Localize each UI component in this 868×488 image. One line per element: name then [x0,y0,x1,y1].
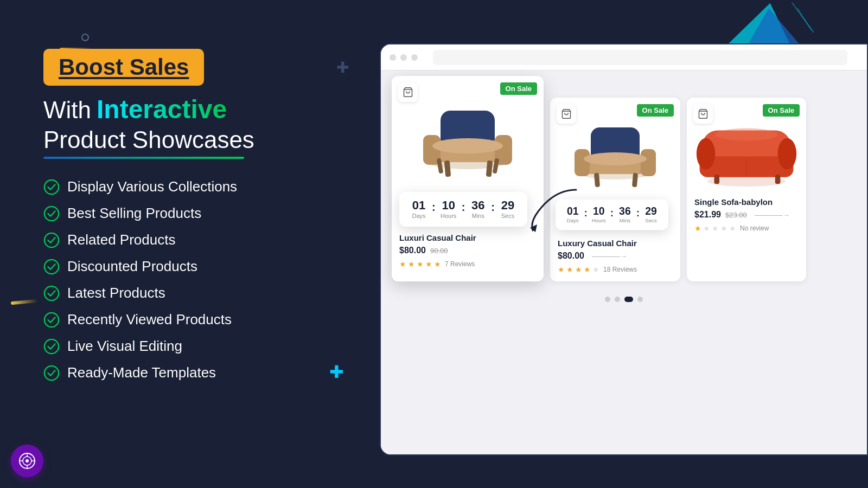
browser-dot-1 [390,54,396,61]
svg-point-8 [44,286,59,300]
on-sale-badge-front: On Sale [500,82,537,95]
headline-underline [43,157,244,159]
logo-icon [17,451,37,471]
bg-circle-decoration [81,34,89,41]
check-icon-live-editing [43,338,60,355]
product-prices-front: $80.00 90.00 [399,246,536,255]
reviews-count-middle: 18 Reviews [603,266,637,273]
countdown-timer-front: 01 Days : 10 Hours : 36 Mins [399,192,527,227]
interactive-text: Interactive [97,94,227,124]
svg-point-36 [697,138,716,170]
feature-item-discounted: Discounted Products [43,258,363,275]
browser-top-bar [381,44,867,70]
cart-icon-middle [561,108,572,119]
stars-front: ★ ★ ★ ★ ★ 7 Reviews [399,260,536,268]
product-name-front: Luxuri Casual Chair [399,233,536,242]
browser-dot-2 [400,54,407,61]
on-sale-badge-right: On Sale [763,104,800,117]
boost-badge-text: Boost Sales [59,54,189,80]
svg-point-10 [44,339,59,353]
svg-line-2 [792,3,814,33]
product-card-front: On Sale [392,76,544,281]
check-icon-discounted [43,259,60,275]
svg-point-31 [584,152,647,165]
bg-lines2-decoration [11,299,38,305]
feature-list: Display Various Collections Best Selling… [43,178,363,381]
feature-text-display: Display Various Collections [67,178,237,195]
feature-item-display-collections: Display Various Collections [43,178,363,195]
feature-text-best-selling: Best Selling Products [67,205,201,222]
check-icon-ready-templates [43,365,60,381]
headline-product: Product Showcases [43,126,363,153]
sep2: : [462,201,465,214]
boost-badge: Boost Sales [43,49,204,86]
price-old-right: $23.00 [725,211,747,219]
svg-point-22 [432,138,503,153]
svg-point-4 [44,179,59,194]
stars-middle: ★ ★ ★ ★ ★ 18 Reviews [558,265,673,274]
feature-text-ready-templates: Ready-Made Templates [67,364,216,381]
dot-2[interactable] [615,297,620,302]
browser-content: On Sale [381,70,867,454]
svg-point-45 [25,459,29,463]
arrow-right: ————→ [755,211,790,219]
stars-right: ★ ★ ★ ★ ★ No review [694,224,799,233]
product-name-right: Single Sofa-babylon [694,197,799,207]
sep3: : [491,201,495,214]
cart-icon-right [698,108,709,119]
dot-1[interactable] [605,297,610,302]
product-cards-container: On Sale [392,81,856,287]
check-icon-best-selling [43,206,60,222]
product-prices-right: $21.99 $23.00 ————→ [694,210,799,220]
feature-text-related: Related Products [67,232,175,248]
svg-rect-39 [775,175,781,184]
check-icon-display [43,179,60,195]
countdown-hours-front: 10 Hours [439,200,458,219]
svg-point-7 [44,259,59,273]
with-text: With [43,97,91,124]
check-icon-latest [43,285,60,301]
svg-point-9 [44,312,59,326]
dot-3-active[interactable] [624,297,633,302]
check-icon-recently-viewed [43,312,60,328]
on-sale-badge-middle: On Sale [637,104,674,117]
product-name-middle: Luxury Casual Chair [558,239,673,248]
svg-rect-27 [575,149,590,176]
reviews-count-front: 7 Reviews [445,260,475,268]
feature-text-live-editing: Live Visual Editing [67,338,182,355]
reviews-count-right: No review [740,224,769,232]
svg-point-37 [778,138,797,170]
price-current-right: $21.99 [694,210,721,220]
check-icon-related [43,232,60,248]
right-panel: On Sale [380,43,868,455]
svg-marker-42 [530,224,537,232]
feature-item-best-selling: Best Selling Products [43,205,363,222]
svg-rect-28 [641,149,656,176]
price-current-front: $80.00 [399,246,426,255]
cart-button-middle[interactable] [557,104,576,124]
feature-text-recently-viewed: Recently Viewed Products [67,311,232,328]
feature-item-related: Related Products [43,232,363,248]
product-image-front [399,84,536,187]
svg-point-11 [44,365,59,380]
browser-url-bar [433,50,847,65]
curved-arrow [522,184,587,233]
countdown-secs-front: 29 Secs [498,200,518,219]
cart-icon-front [403,87,413,98]
countdown-days-front: 01 Days [409,200,429,219]
cart-button-front[interactable] [398,82,418,102]
feature-item-ready-templates: Ready-Made Templates [43,364,363,381]
feature-text-discounted: Discounted Products [67,258,197,275]
countdown-mins-front: 36 Mins [468,200,488,219]
logo-circle [11,445,43,477]
cart-button-right[interactable] [693,104,713,124]
sep1: : [432,201,436,214]
price-old-front: 90.00 [430,247,448,255]
svg-point-5 [44,206,59,220]
feature-item-recently-viewed: Recently Viewed Products [43,311,363,328]
feature-text-latest: Latest Products [67,285,165,301]
browser-dot-3 [411,54,418,61]
feature-item-latest: Latest Products [43,285,363,301]
dot-4[interactable] [637,297,643,302]
headline-row1: With Interactive [43,94,363,124]
